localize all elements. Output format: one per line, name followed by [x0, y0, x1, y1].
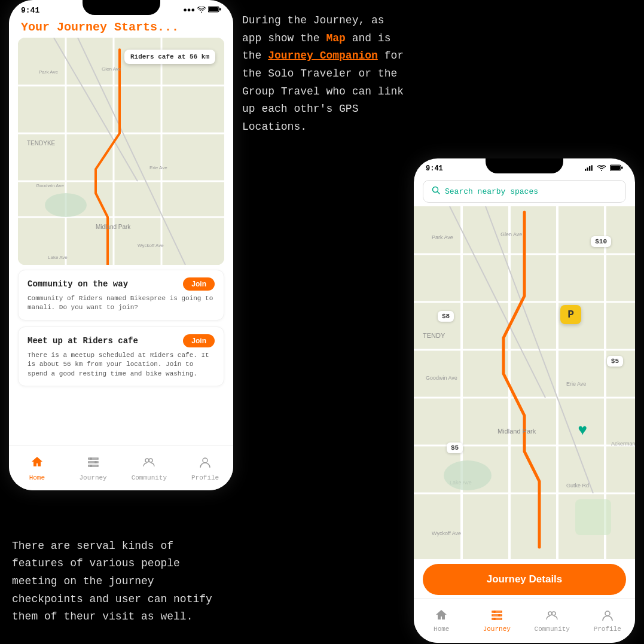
nav-home-right[interactable]: Home [414, 599, 469, 643]
svg-rect-30 [585, 169, 586, 170]
nav-profile-label-right: Profile [594, 625, 621, 633]
community-card-header: Community on the way Join [28, 277, 215, 291]
svg-point-72 [498, 614, 500, 616]
nav-profile-label-left: Profile [191, 474, 219, 481]
svg-text:Erie Ave: Erie Ave [566, 381, 586, 387]
nav-profile-left[interactable]: Profile [177, 446, 233, 490]
community-join-button[interactable]: Join [183, 277, 215, 291]
left-phone-title: Your Journey Starts... [21, 20, 221, 34]
svg-text:Midland Park: Midland Park [498, 428, 536, 435]
svg-text:Goodwin Ave: Goodwin Ave [36, 183, 65, 188]
meetup-join-button[interactable]: Join [183, 334, 215, 347]
svg-rect-35 [611, 166, 620, 170]
svg-text:Lake Ave: Lake Ave [48, 255, 68, 260]
community-icon-right [545, 609, 558, 624]
nav-journey-label-left: Journey [80, 474, 107, 481]
right-time: 9:41 [426, 164, 443, 173]
svg-point-25 [94, 461, 97, 463]
svg-rect-31 [587, 167, 588, 170]
svg-point-75 [552, 612, 556, 615]
right-bottom-nav: Home Journey Community Profile [414, 598, 635, 643]
location-card: Riders cafe at 56 km [124, 50, 215, 64]
text-rest: for the Solo Traveler or the Group Trave… [242, 50, 404, 133]
left-status-icons: ●●● [183, 6, 221, 14]
search-placeholder: Search nearby spaces [445, 187, 538, 196]
meetup-card-title: Meet up at Riders cafe [28, 336, 138, 346]
svg-point-28 [149, 459, 152, 462]
text-map-highlight: Map [326, 32, 345, 44]
wifi-icon-right [597, 165, 610, 173]
meetup-card-header: Meet up at Riders cafe Join [28, 334, 215, 347]
svg-point-24 [90, 457, 92, 460]
nav-profile-right[interactable]: Profile [580, 599, 636, 643]
profile-icon-left [199, 456, 212, 472]
community-icon-left [142, 456, 155, 472]
home-icon-right [435, 609, 448, 624]
svg-point-74 [548, 612, 552, 615]
svg-text:Goodwin Ave: Goodwin Ave [426, 375, 457, 381]
right-phone-map: TENDY Midland Park Park Ave Glen Ave Eri… [414, 206, 635, 559]
nav-community-right[interactable]: Community [524, 599, 580, 643]
svg-line-38 [438, 192, 440, 194]
nav-community-left[interactable]: Community [121, 446, 178, 490]
svg-rect-32 [589, 166, 590, 170]
svg-text:Wyckoff Ave: Wyckoff Ave [138, 243, 164, 248]
svg-text:Park Ave: Park Ave [432, 234, 453, 240]
svg-text:TENDY: TENDY [423, 332, 445, 339]
left-time: 9:41 [21, 6, 39, 15]
journey-details-button[interactable]: Journey Details [423, 564, 626, 595]
battery-icon-right [610, 165, 623, 173]
price-badge-5-top: $5 [607, 356, 623, 367]
svg-rect-63 [575, 499, 611, 535]
journey-icon-left [87, 456, 100, 472]
left-phone: 9:41 ●●● Your Journey Starts... [9, 0, 233, 490]
svg-text:TENDYKE: TENDYKE [27, 140, 56, 146]
nav-community-label-right: Community [535, 625, 570, 633]
bottom-text-content: There are serval kinds of features of va… [12, 540, 212, 623]
right-phone: 9:41 Search nearby spaces [414, 158, 635, 643]
nav-home-label-left: Home [29, 474, 45, 481]
price-badge-10: $10 [591, 236, 611, 247]
left-phone-notch [83, 0, 160, 15]
price-badge-8: $8 [438, 311, 454, 322]
search-bar[interactable]: Search nearby spaces [423, 180, 626, 203]
nav-home-label-right: Home [434, 625, 449, 633]
community-card-text: Community of Riders named Bikespree is g… [28, 294, 215, 313]
right-status-icons [585, 164, 623, 173]
home-icon [30, 456, 44, 472]
nav-journey-right[interactable]: Journey [469, 599, 525, 643]
svg-text:Wyckoff Ave: Wyckoff Ave [432, 530, 461, 536]
svg-text:Glen Ave: Glen Ave [102, 66, 121, 72]
svg-point-71 [493, 611, 496, 613]
nav-home-left[interactable]: Home [9, 446, 65, 490]
nav-journey-left[interactable]: Journey [65, 446, 121, 490]
bottom-left-text: There are serval kinds of features of va… [12, 538, 230, 626]
cards-section: Community on the way Join Community of R… [9, 265, 233, 397]
svg-text:Park Ave: Park Ave [39, 69, 58, 75]
svg-text:Glen Ave: Glen Ave [500, 231, 522, 237]
svg-text:Erie Ave: Erie Ave [149, 165, 167, 170]
wifi-icon [197, 7, 206, 14]
svg-point-29 [203, 458, 207, 463]
community-card: Community on the way Join Community of R… [18, 270, 224, 321]
svg-rect-1 [209, 7, 218, 11]
search-icon [432, 186, 440, 197]
text-companion-highlight: Journey Companion [268, 50, 378, 62]
community-card-title: Community on the way [28, 279, 128, 289]
nav-journey-label-right: Journey [483, 625, 511, 633]
svg-text:Ackerman Ave: Ackerman Ave [611, 441, 635, 447]
svg-point-62 [444, 460, 492, 490]
svg-rect-2 [219, 8, 221, 11]
signal-icon-right [585, 165, 597, 173]
svg-point-73 [493, 618, 496, 620]
svg-point-26 [90, 465, 92, 467]
svg-point-21 [45, 193, 87, 217]
svg-text:Gutke Rd: Gutke Rd [566, 483, 589, 489]
svg-point-76 [605, 611, 610, 616]
nav-community-label-left: Community [132, 474, 167, 481]
svg-point-27 [145, 459, 149, 462]
meetup-card-text: There is a meetup scheduled at Riders ca… [28, 351, 215, 379]
left-header: Your Journey Starts... [9, 18, 233, 38]
right-phone-notch [486, 158, 563, 173]
journey-icon-right [490, 609, 503, 624]
